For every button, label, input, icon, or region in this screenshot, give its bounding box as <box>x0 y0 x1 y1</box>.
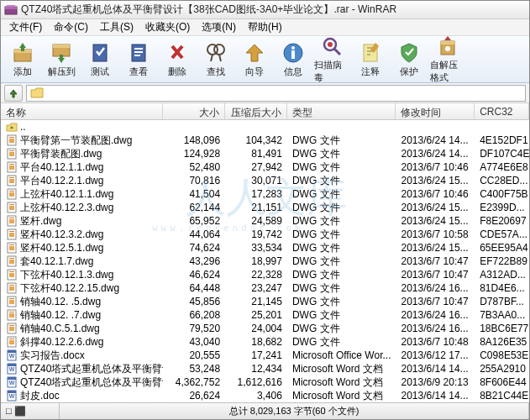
file-icon: W <box>6 349 18 361</box>
table-row[interactable]: 销轴40.12. .5.dwg45,85621,145DWG 文件2013/6/… <box>1 295 529 308</box>
file-psize: 33,534 <box>225 242 287 254</box>
file-name: QTZ40塔式起重机总体及平衡臂设计开题报告.doc <box>20 362 163 376</box>
col-size[interactable]: 大小 <box>163 103 225 119</box>
file-date: 2013/6/12 17... <box>396 349 475 361</box>
file-name: 销轴40.12. .5.dwg <box>20 295 101 309</box>
svg-rect-56 <box>9 271 14 272</box>
svg-rect-7 <box>53 45 70 48</box>
svg-rect-60 <box>9 286 14 291</box>
table-row[interactable]: WQTZ40塔式起重机总体及平衡臂设计说明书.doc4,362,7521,612… <box>1 375 529 389</box>
file-type: DWG 文件 <box>287 295 396 309</box>
col-date[interactable]: 修改时间 <box>396 103 475 119</box>
svg-rect-29 <box>9 150 14 151</box>
app-icon <box>4 3 18 17</box>
file-date: 2013/6/24 15... <box>396 175 475 186</box>
status-right: 总计 8,029,163 字节(60 个文件) <box>60 403 529 419</box>
toolbar-label: 查找 <box>207 66 225 78</box>
file-type: DWG 文件 <box>287 147 396 161</box>
svg-rect-44 <box>9 218 14 218</box>
table-row[interactable]: WQTZ40塔式起重机总体及平衡臂设计开题报告.doc53,24812,434M… <box>1 362 529 375</box>
file-size: 20,555 <box>163 349 225 361</box>
file-icon: W <box>6 390 18 402</box>
table-row[interactable]: 竖杆40.12.5.1.dwg74,62433,534DWG 文件2013/6/… <box>1 241 529 255</box>
svg-rect-32 <box>9 164 14 165</box>
menu-file[interactable]: 文件(F) <box>4 18 47 36</box>
svg-rect-66 <box>9 313 14 318</box>
file-size: 148,096 <box>163 134 225 146</box>
file-psize: 25,201 <box>225 309 287 321</box>
file-name: 上弦杆40.12.1.1.dwg <box>20 187 113 202</box>
table-row[interactable]: 套40.12.1.7.dwg43,29618,997DWG 文件2013/6/7… <box>1 255 529 268</box>
table-row[interactable]: 销轴40.12. .7.dwg66,20825,201DWG 文件2013/6/… <box>1 308 529 322</box>
menu-help[interactable]: 帮助(H) <box>243 18 287 36</box>
svg-rect-59 <box>9 285 14 286</box>
toolbar-3[interactable]: 查看 <box>120 39 157 81</box>
file-name: 销轴40.12. .7.dwg <box>20 308 101 323</box>
file-name: 实习报告.docx <box>20 349 85 363</box>
up-button[interactable] <box>4 85 23 102</box>
file-psize: 18,997 <box>225 255 287 267</box>
toolbar-0[interactable]: 添加 <box>4 39 41 81</box>
toolbar-icon <box>204 41 228 65</box>
svg-rect-41 <box>9 204 14 205</box>
toolbar-8[interactable]: 扫描病毒 <box>313 39 350 81</box>
svg-rect-11 <box>134 48 143 50</box>
toolbar-11[interactable]: 自解压格式 <box>429 39 466 81</box>
svg-rect-27 <box>9 139 14 143</box>
table-row[interactable]: 平台40.12.2.1.dwg70,81630,071DWG 文件2013/6/… <box>1 174 529 187</box>
table-row[interactable]: 竖杆.dwg65,95224,589DWG 文件2013/6/24 15...F… <box>1 214 529 228</box>
menu-options[interactable]: 选项(N) <box>197 18 241 36</box>
file-icon <box>6 228 18 240</box>
toolbar-7[interactable]: 信息 <box>275 39 312 81</box>
toolbar-2[interactable]: 测试 <box>81 39 118 81</box>
table-row[interactable]: 斜撑40.12.2.6.dwg43,04018,682DWG 文件2013/6/… <box>1 335 529 349</box>
file-psize: 104,342 <box>225 134 287 146</box>
table-row[interactable]: 平台40.12.1.1.dwg52,48027,942DWG 文件2013/6/… <box>1 160 529 174</box>
file-crc: 8B21C44E <box>475 390 529 402</box>
svg-rect-38 <box>9 191 14 192</box>
file-size: 124,928 <box>163 148 225 160</box>
toolbar-10[interactable]: 保护 <box>391 39 428 81</box>
col-type[interactable]: 类型 <box>287 103 396 119</box>
toolbar-icon <box>50 41 73 65</box>
table-row[interactable]: 下弦杆40.12.1.3.dwg46,62422,328DWG 文件2013/6… <box>1 268 529 281</box>
svg-rect-53 <box>9 258 14 259</box>
toolbar-5[interactable]: 查找 <box>197 39 234 81</box>
svg-rect-71 <box>9 339 14 339</box>
table-row[interactable]: 平衡臂装配图.dwg124,92881,491DWG 文件2013/6/24 1… <box>1 147 529 160</box>
path-input[interactable] <box>26 85 526 102</box>
toolbar-label: 自解压格式 <box>430 59 465 84</box>
col-name[interactable]: 名称 <box>1 103 163 119</box>
table-row[interactable]: .. <box>1 120 529 134</box>
file-crc: 255A2910 <box>475 363 529 375</box>
file-list[interactable]: 人人文库 www.renrendoc.com ..平衡臂第一节装配图.dwg14… <box>1 120 529 402</box>
file-date: 2013/6/24 14... <box>396 134 475 146</box>
file-type: DWG 文件 <box>287 241 396 255</box>
col-psize[interactable]: 压缩后大小 <box>225 103 287 119</box>
table-row[interactable]: 销轴40.C.5.1.dwg79,52024,004DWG 文件2013/6/2… <box>1 322 529 335</box>
menu-tools[interactable]: 工具(S) <box>95 18 139 36</box>
file-icon: W <box>6 363 18 375</box>
toolbar-4[interactable]: 删除 <box>159 39 196 81</box>
file-crc: 4E152DF1 <box>475 134 529 146</box>
file-date: 2013/6/7 10:46 <box>396 188 475 200</box>
file-name: 封皮.doc <box>20 389 60 403</box>
table-row[interactable]: 竖杆40.12.3.2.dwg44,06419,742DWG 文件2013/6/… <box>1 228 529 241</box>
toolbar-6[interactable]: 向导 <box>236 39 273 81</box>
table-row[interactable]: 平衡臂第一节装配图.dwg148,096104,342DWG 文件2013/6/… <box>1 134 529 147</box>
file-icon <box>6 282 18 294</box>
menu-favorites[interactable]: 收藏夹(O) <box>140 18 195 36</box>
table-row[interactable]: 上弦杆40.12.2.3.dwg62,14421,151DWG 文件2013/6… <box>1 201 529 214</box>
toolbar-9[interactable]: 注释 <box>352 39 389 81</box>
toolbar-1[interactable]: 解压到 <box>43 39 80 81</box>
toolbar-icon <box>11 41 34 65</box>
table-row[interactable]: 下弦杆40.12.2.15.dwg64,44823,247DWG 文件2013/… <box>1 281 529 295</box>
svg-rect-36 <box>9 179 14 183</box>
table-row[interactable]: 上弦杆40.12.1.1.dwg41,50417,283DWG 文件2013/6… <box>1 187 529 201</box>
col-crc[interactable]: CRC32 <box>475 103 529 119</box>
menu-command[interactable]: 命令(C) <box>49 18 93 36</box>
file-crc: CC28ED... <box>475 175 529 186</box>
table-row[interactable]: W实习报告.docx20,55517,241Microsoft Office W… <box>1 349 529 362</box>
file-icon <box>6 323 18 334</box>
table-row[interactable]: W封皮.doc26,6243,406Microsoft Word 文档2013/… <box>1 389 529 402</box>
